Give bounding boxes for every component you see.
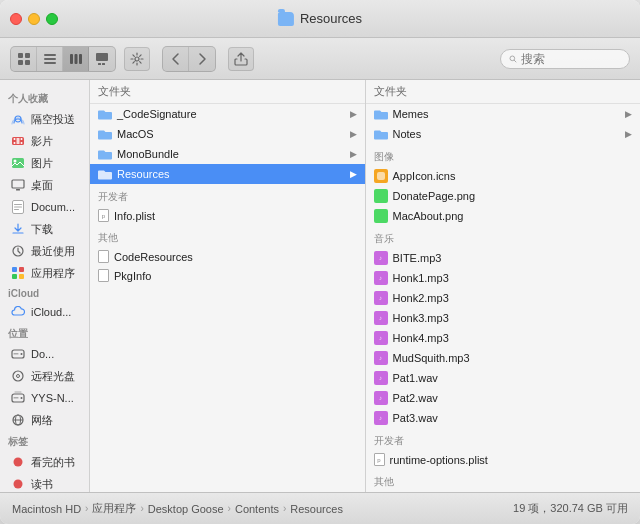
statusbar: Macintosh HD › 应用程序 › Desktop Goose › Co… <box>0 492 640 524</box>
search-box <box>500 49 630 69</box>
pane1-header: 文件夹 <box>90 80 365 104</box>
sidebar-item-tag-kanwan[interactable]: 看完的书 <box>2 451 87 473</box>
file-item-macabout[interactable]: MacAbout.png <box>366 206 641 226</box>
svg-rect-38 <box>14 353 19 355</box>
file-item-codesignature[interactable]: _CodeSignature ▶ <box>90 104 365 124</box>
sidebar-label-movies: 影片 <box>31 134 53 149</box>
network-disk-icon <box>10 390 26 406</box>
finder-window: Resources <box>0 0 640 524</box>
sidebar-item-tag-dushu[interactable]: 读书 <box>2 473 87 492</box>
arrow-icon: ▶ <box>625 109 632 119</box>
sidebar-item-desktop[interactable]: 桌面 <box>2 174 87 196</box>
item-label: Pat3.wav <box>393 412 438 424</box>
sidebar-item-photos[interactable]: 图片 <box>2 152 87 174</box>
disk-icon <box>10 346 26 362</box>
sidebar-label-apps: 应用程序 <box>31 266 75 281</box>
item-label: _CodeSignature <box>117 108 197 120</box>
airdrop-icon <box>10 111 26 127</box>
sidebar-item-apps[interactable]: 应用程序 <box>2 262 87 284</box>
view-column-btn[interactable] <box>63 47 89 71</box>
file-item-memes[interactable]: Memes ▶ <box>366 104 641 124</box>
sidebar-item-optical[interactable]: 远程光盘 <box>2 365 87 387</box>
file-item-pat1[interactable]: ♪ Pat1.wav <box>366 368 641 388</box>
file-item-donatepage[interactable]: DonatePage.png <box>366 186 641 206</box>
file-item-runtimeoptions[interactable]: p runtime-options.plist <box>366 450 641 469</box>
sidebar-item-movies[interactable]: 影片 <box>2 130 87 152</box>
breadcrumb-resources[interactable]: Resources <box>290 503 343 515</box>
svg-rect-8 <box>74 54 77 64</box>
sidebar-label-recent: 最近使用 <box>31 244 75 259</box>
breadcrumb-sep2: › <box>140 503 143 514</box>
icloud-icon <box>10 304 26 320</box>
view-list-btn[interactable] <box>37 47 63 71</box>
settings-button[interactable] <box>124 47 150 71</box>
file-item-honk1[interactable]: ♪ Honk1.mp3 <box>366 268 641 288</box>
share-button[interactable] <box>228 47 254 71</box>
view-gallery-btn[interactable] <box>89 47 115 71</box>
close-button[interactable] <box>10 13 22 25</box>
breadcrumb-goose[interactable]: Desktop Goose <box>148 503 224 515</box>
sidebar-item-icloud[interactable]: iCloud... <box>2 301 87 323</box>
svg-rect-10 <box>96 53 108 61</box>
sidebar-item-downloads[interactable]: 下载 <box>2 218 87 240</box>
svg-point-37 <box>21 353 23 355</box>
search-icon <box>509 53 517 65</box>
breadcrumb-macintosh[interactable]: Macintosh HD <box>12 503 81 515</box>
folder-icon <box>374 127 388 141</box>
file-item-infoplist[interactable]: p Info.plist <box>90 206 365 225</box>
sidebar-item-airdrop[interactable]: 隔空投送 <box>2 108 87 130</box>
file-item-appicon[interactable]: AppIcon.icns <box>366 166 641 186</box>
breadcrumb-sep1: › <box>85 503 88 514</box>
file-item-pat2[interactable]: ♪ Pat2.wav <box>366 388 641 408</box>
folder-icon <box>98 147 112 161</box>
view-toggle-group <box>10 46 116 72</box>
file-item-mudsquith[interactable]: ♪ MudSquith.mp3 <box>366 348 641 368</box>
search-input[interactable] <box>521 52 621 66</box>
sidebar-item-yys[interactable]: YYS-N... <box>2 387 87 409</box>
sidebar-label-tag-kanwan: 看完的书 <box>31 455 75 470</box>
apps-icon <box>10 265 26 281</box>
sidebar-item-recent[interactable]: 最近使用 <box>2 240 87 262</box>
nav-group <box>162 46 216 72</box>
svg-rect-33 <box>19 267 24 272</box>
file-item-resources[interactable]: Resources ▶ <box>90 164 365 184</box>
item-label: MacAbout.png <box>393 210 464 222</box>
file-item-coderesources[interactable]: CodeResources <box>90 247 365 266</box>
sidebar-item-disk[interactable]: Do... <box>2 343 87 365</box>
desktop-icon <box>10 177 26 193</box>
file-item-pkginfo[interactable]: PkgInfo <box>90 266 365 285</box>
file-item-honk4[interactable]: ♪ Honk4.mp3 <box>366 328 641 348</box>
file-item-monobundle[interactable]: MonoBundle ▶ <box>90 144 365 164</box>
sidebar-label-desktop: 桌面 <box>31 178 53 193</box>
svg-rect-32 <box>12 267 17 272</box>
file-item-honk2[interactable]: ♪ Honk2.mp3 <box>366 288 641 308</box>
sidebar-item-docs[interactable]: Docum... <box>2 196 87 218</box>
breadcrumb-sep4: › <box>283 503 286 514</box>
breadcrumb-sep3: › <box>228 503 231 514</box>
item-label: PkgInfo <box>114 270 151 282</box>
sidebar-item-network[interactable]: 网络 <box>2 409 87 431</box>
file-item-notes[interactable]: Notes ▶ <box>366 124 641 144</box>
sidebar-section-icloud: iCloud <box>0 284 89 301</box>
file-item-macos[interactable]: MacOS ▶ <box>90 124 365 144</box>
wav-icon: ♪ <box>374 391 388 405</box>
arrow-icon: ▶ <box>350 149 357 159</box>
mp3-icon: ♪ <box>374 291 388 305</box>
file-item-bite[interactable]: ♪ BITE.mp3 <box>366 248 641 268</box>
view-icon-btn[interactable] <box>11 47 37 71</box>
breadcrumb-apps[interactable]: 应用程序 <box>92 501 136 516</box>
wav-icon: ♪ <box>374 371 388 385</box>
svg-rect-53 <box>377 172 385 180</box>
back-button[interactable] <box>163 47 189 71</box>
breadcrumb-contents[interactable]: Contents <box>235 503 279 515</box>
arrow-icon: ▶ <box>350 169 357 179</box>
forward-button[interactable] <box>189 47 215 71</box>
item-label: Pat1.wav <box>393 372 438 384</box>
folder-icon <box>98 127 112 141</box>
svg-point-23 <box>14 160 17 163</box>
png-icon <box>374 209 388 223</box>
file-item-pat3[interactable]: ♪ Pat3.wav <box>366 408 641 428</box>
file-item-honk3[interactable]: ♪ Honk3.mp3 <box>366 308 641 328</box>
minimize-button[interactable] <box>28 13 40 25</box>
maximize-button[interactable] <box>46 13 58 25</box>
